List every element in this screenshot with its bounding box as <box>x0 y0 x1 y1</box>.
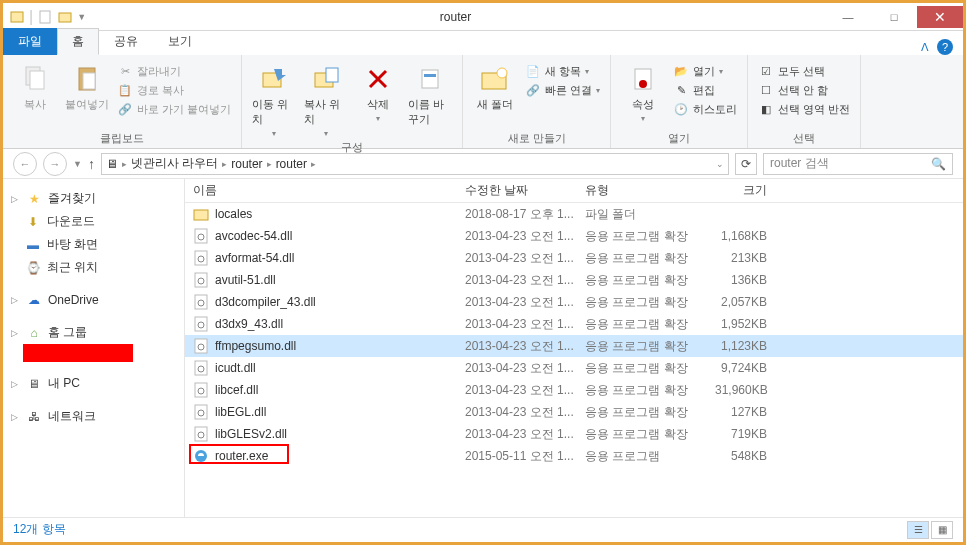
file-date: 2013-04-23 오전 1... <box>457 382 577 399</box>
pasteshortcut-button[interactable]: 🔗바로 가기 붙여넣기 <box>117 101 231 117</box>
col-size[interactable]: 크기 <box>707 182 787 199</box>
nav-desktop[interactable]: ▬바탕 화면 <box>3 233 184 256</box>
selectall-button[interactable]: ☑모두 선택 <box>758 63 850 79</box>
tab-view[interactable]: 보기 <box>153 28 207 55</box>
nav-favorites[interactable]: ▷★즐겨찾기 <box>3 187 184 210</box>
file-date: 2013-04-23 오전 1... <box>457 426 577 443</box>
ribbon-group-organize: 이동 위치 ▾ 복사 위치 ▾ 삭제 ▾ 이름 바꾸기 구성 <box>242 55 463 148</box>
icons-view-button[interactable]: ▦ <box>931 521 953 539</box>
properties-button[interactable]: 속성 ▾ <box>621 59 665 123</box>
newitem-button[interactable]: 📄새 항목 ▾ <box>525 63 600 79</box>
file-date: 2013-04-23 오전 1... <box>457 294 577 311</box>
qat-dropdown-icon[interactable]: ▼ <box>77 12 86 22</box>
file-type: 응용 프로그램 확장 <box>577 404 707 421</box>
nav-homegroup[interactable]: ▷⌂홈 그룹 <box>3 321 184 344</box>
desktop-icon: ▬ <box>25 237 41 253</box>
minimize-button[interactable]: — <box>825 6 871 28</box>
file-row[interactable]: avutil-51.dll2013-04-23 오전 1...응용 프로그램 확… <box>185 269 963 291</box>
file-row[interactable]: avformat-54.dll2013-04-23 오전 1...응용 프로그램… <box>185 247 963 269</box>
ribbon: 복사 붙여넣기 ✂잘라내기 📋경로 복사 🔗바로 가기 붙여넣기 클립보드 이동… <box>3 55 963 149</box>
tab-share[interactable]: 공유 <box>99 28 153 55</box>
newfolder-button[interactable]: 새 폴더 <box>473 59 517 112</box>
back-button[interactable]: ← <box>13 152 37 176</box>
easyaccess-button[interactable]: 🔗빠른 연결 ▾ <box>525 82 600 98</box>
forward-button[interactable]: → <box>43 152 67 176</box>
nav-network[interactable]: ▷🖧네트워크 <box>3 405 184 428</box>
file-row[interactable]: libGLESv2.dll2013-04-23 오전 1...응용 프로그램 확… <box>185 423 963 445</box>
scissors-icon: ✂ <box>117 63 133 79</box>
copy-button[interactable]: 복사 <box>13 59 57 112</box>
crumb-2[interactable]: router <box>276 157 307 171</box>
folder-icon <box>193 206 209 222</box>
file-type: 응용 프로그램 확장 <box>577 228 707 245</box>
qat-separator: | <box>29 8 33 26</box>
file-row[interactable]: avcodec-54.dll2013-04-23 오전 1...응용 프로그램 … <box>185 225 963 247</box>
crumb-1[interactable]: router <box>231 157 262 171</box>
file-size: 136KB <box>707 273 787 287</box>
svg-rect-29 <box>195 361 207 375</box>
open-icon: 📂 <box>673 63 689 79</box>
file-date: 2013-04-23 오전 1... <box>457 404 577 421</box>
copypath-button[interactable]: 📋경로 복사 <box>117 82 231 98</box>
col-type[interactable]: 유형 <box>577 182 707 199</box>
search-input[interactable]: router 검색 🔍 <box>763 153 953 175</box>
refresh-button[interactable]: ⟳ <box>735 153 757 175</box>
cut-button[interactable]: ✂잘라내기 <box>117 63 231 79</box>
selectnone-button[interactable]: ☐선택 안 함 <box>758 82 850 98</box>
dll-icon <box>193 404 209 420</box>
edit-button[interactable]: ✎편집 <box>673 82 737 98</box>
file-name: libcef.dll <box>215 383 258 397</box>
up-button[interactable]: ↑ <box>88 156 95 172</box>
file-date: 2013-04-23 오전 1... <box>457 228 577 245</box>
file-row[interactable]: libcef.dll2013-04-23 오전 1...응용 프로그램 확장31… <box>185 379 963 401</box>
tab-file[interactable]: 파일 <box>3 28 57 55</box>
moveto-button[interactable]: 이동 위치 ▾ <box>252 59 296 138</box>
dll-icon <box>193 426 209 442</box>
file-row[interactable]: router.exe2015-05-11 오전 1...응용 프로그램548KB <box>185 445 963 467</box>
file-row[interactable]: d3dx9_43.dll2013-04-23 오전 1...응용 프로그램 확장… <box>185 313 963 335</box>
delete-icon <box>362 63 394 95</box>
copyto-button[interactable]: 복사 위치 ▾ <box>304 59 348 138</box>
help-icon[interactable]: ? <box>937 39 953 55</box>
crumb-root[interactable]: 넷관리사 라우터 <box>131 155 218 172</box>
nav-onedrive[interactable]: ▷☁OneDrive <box>3 289 184 311</box>
svg-rect-31 <box>195 383 207 397</box>
history-button[interactable]: 🕑히스토리 <box>673 101 737 117</box>
paste-button[interactable]: 붙여넣기 <box>65 59 109 112</box>
file-row[interactable]: icudt.dll2013-04-23 오전 1...응용 프로그램 확장9,7… <box>185 357 963 379</box>
moveto-icon <box>258 63 290 95</box>
rename-button[interactable]: 이름 바꾸기 <box>408 59 452 127</box>
status-bar: 12개 항목 ☰ ▦ <box>3 517 963 541</box>
file-row[interactable]: locales2018-08-17 오후 1...파일 폴더 <box>185 203 963 225</box>
addr-dropdown-icon[interactable]: ⌄ <box>716 159 724 169</box>
file-row[interactable]: d3dcompiler_43.dll2013-04-23 오전 1...응용 프… <box>185 291 963 313</box>
invertselection-button[interactable]: ◧선택 영역 반전 <box>758 101 850 117</box>
open-button[interactable]: 📂열기 ▾ <box>673 63 737 79</box>
file-type: 파일 폴더 <box>577 206 707 223</box>
col-name[interactable]: 이름 <box>185 182 457 199</box>
content-area: ▷★즐겨찾기 ⬇다운로드 ▬바탕 화면 ⌚최근 위치 ▷☁OneDrive ▷⌂… <box>3 179 963 517</box>
file-type: 응용 프로그램 확장 <box>577 272 707 289</box>
nav-thispc[interactable]: ▷🖥내 PC <box>3 372 184 395</box>
qat-newfolder-icon[interactable] <box>57 9 73 25</box>
svg-point-15 <box>639 80 647 88</box>
recent-locations-dropdown[interactable]: ▼ <box>73 159 82 169</box>
svg-rect-35 <box>195 427 207 441</box>
qat-properties-icon[interactable] <box>37 9 53 25</box>
breadcrumb[interactable]: 🖥▸ 넷관리사 라우터▸ router▸ router▸ ⌄ <box>101 153 729 175</box>
details-view-button[interactable]: ☰ <box>907 521 929 539</box>
maximize-button[interactable]: □ <box>871 6 917 28</box>
col-modified[interactable]: 수정한 날짜 <box>457 182 577 199</box>
file-row[interactable]: libEGL.dll2013-04-23 오전 1...응용 프로그램 확장12… <box>185 401 963 423</box>
svg-rect-16 <box>194 210 208 220</box>
newfolder-icon <box>479 63 511 95</box>
close-button[interactable]: ✕ <box>917 6 963 28</box>
history-icon: 🕑 <box>673 101 689 117</box>
file-size: 213KB <box>707 251 787 265</box>
nav-recent[interactable]: ⌚최근 위치 <box>3 256 184 279</box>
file-row[interactable]: ffmpegsumo.dll2013-04-23 오전 1...응용 프로그램 … <box>185 335 963 357</box>
nav-downloads[interactable]: ⬇다운로드 <box>3 210 184 233</box>
ribbon-collapse-icon[interactable]: ᐱ <box>921 41 929 54</box>
delete-button[interactable]: 삭제 ▾ <box>356 59 400 123</box>
tab-home[interactable]: 홈 <box>57 28 99 55</box>
